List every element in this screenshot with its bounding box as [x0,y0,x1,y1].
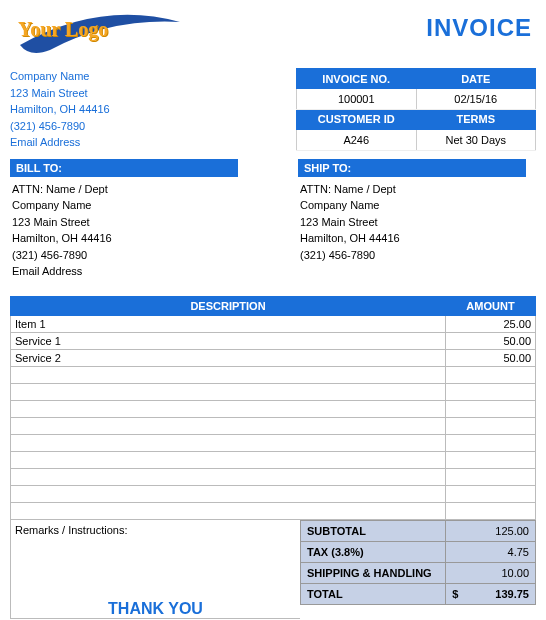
remarks-section: Remarks / Instructions: THANK YOU [10,520,300,619]
table-row [11,400,536,417]
tax-label: TAX (3.8%) [301,541,446,562]
customer-id-value: A246 [297,130,417,150]
item-description [11,400,446,417]
line-items-table: DESCRIPTION AMOUNT Item 125.00Service 15… [10,296,536,520]
table-row [11,468,536,485]
company-city: Hamilton, OH 44416 [10,101,110,118]
item-amount: 50.00 [446,332,536,349]
tax-value: 4.75 [446,541,536,562]
item-amount [446,485,536,502]
table-row: Service 150.00 [11,332,536,349]
table-row [11,417,536,434]
ship-to-block: SHIP TO: ATTN: Name / Dept Company Name … [298,159,526,284]
item-description [11,468,446,485]
table-row: Service 250.00 [11,349,536,366]
bill-to-header: BILL TO: [10,159,238,177]
item-description [11,417,446,434]
bill-to-company: Company Name [12,197,236,214]
bill-to-city: Hamilton, OH 44416 [12,230,236,247]
table-row: Item 125.00 [11,315,536,332]
company-name: Company Name [10,68,110,85]
date-label: DATE [416,69,536,89]
invoice-title: INVOICE [426,14,532,42]
shipping-value: 10.00 [446,562,536,583]
total-amount: 139.75 [495,588,529,600]
item-amount [446,468,536,485]
invoice-no-value: 100001 [297,89,417,109]
company-street: 123 Main Street [10,85,110,102]
remarks-label: Remarks / Instructions: [11,520,300,540]
company-email: Email Address [10,134,110,151]
terms-value: Net 30 Days [416,130,536,150]
table-row [11,366,536,383]
item-amount [446,366,536,383]
total-value: $ 139.75 [446,583,536,604]
bill-to-attn: ATTN: Name / Dept [12,181,236,198]
logo: Your Logo [10,10,190,60]
item-description: Item 1 [11,315,446,332]
subtotal-value: 125.00 [446,520,536,541]
item-amount: 25.00 [446,315,536,332]
company-info: Company Name 123 Main Street Hamilton, O… [10,68,110,151]
item-amount [446,434,536,451]
item-amount [446,502,536,519]
item-description [11,434,446,451]
item-amount [446,451,536,468]
table-row [11,383,536,400]
bill-to-block: BILL TO: ATTN: Name / Dept Company Name … [10,159,238,284]
invoice-no-label: INVOICE NO. [297,69,417,89]
table-row [11,485,536,502]
col-description: DESCRIPTION [11,296,446,315]
item-description [11,451,446,468]
item-amount [446,383,536,400]
currency-symbol: $ [452,588,458,600]
bill-to-email: Email Address [12,263,236,280]
table-row [11,434,536,451]
item-description [11,383,446,400]
item-description [11,502,446,519]
terms-label: TERMS [416,109,536,129]
bill-to-street: 123 Main Street [12,214,236,231]
company-phone: (321) 456-7890 [10,118,110,135]
item-description [11,485,446,502]
ship-to-city: Hamilton, OH 44416 [300,230,524,247]
col-amount: AMOUNT [446,296,536,315]
item-amount [446,400,536,417]
shipping-label: SHIPPING & HANDLING [301,562,446,583]
date-value: 02/15/16 [416,89,536,109]
ship-to-street: 123 Main Street [300,214,524,231]
item-amount: 50.00 [446,349,536,366]
invoice-meta-table: INVOICE NO. DATE 100001 02/15/16 CUSTOME… [296,68,536,151]
ship-to-phone: (321) 456-7890 [300,247,524,264]
ship-to-header: SHIP TO: [298,159,526,177]
item-description: Service 1 [11,332,446,349]
table-row [11,502,536,519]
item-description: Service 2 [11,349,446,366]
totals-table: SUBTOTAL 125.00 TAX (3.8%) 4.75 SHIPPING… [300,520,536,605]
ship-to-attn: ATTN: Name / Dept [300,181,524,198]
subtotal-label: SUBTOTAL [301,520,446,541]
customer-id-label: CUSTOMER ID [297,109,417,129]
bill-to-phone: (321) 456-7890 [12,247,236,264]
logo-text: Your Logo [18,18,108,41]
item-description [11,366,446,383]
table-row [11,451,536,468]
ship-to-company: Company Name [300,197,524,214]
total-label: TOTAL [301,583,446,604]
item-amount [446,417,536,434]
thank-you: THANK YOU [11,600,300,618]
